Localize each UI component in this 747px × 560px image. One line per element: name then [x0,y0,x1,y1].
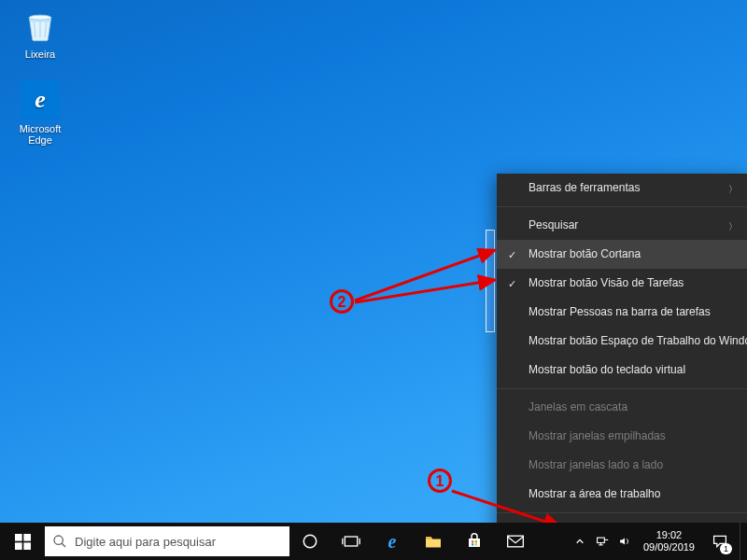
recycle-bin-icon [21,6,60,45]
menu-item-label: Mostrar botão do teclado virtual [529,363,685,376]
desktop[interactable]: Lixeira e Microsoft Edge Barras de ferra… [0,0,747,560]
annotation-circle-2: 2 [330,289,354,314]
chevron-up-icon [575,537,585,546]
menu-separator [497,512,747,513]
menu-item-stacked: Mostrar janelas empilhadas [497,422,747,451]
svg-rect-19 [508,536,524,547]
menu-item-label: Pesquisar [529,218,578,231]
menu-item-label: Mostrar janelas lado a lado [529,458,663,471]
svg-rect-8 [23,542,31,550]
tray-clock[interactable]: 19:02 09/09/2019 [638,529,700,553]
notification-badge: 1 [720,543,732,554]
svg-line-3 [355,250,495,301]
desktop-icon-label: Microsoft Edge [7,123,73,146]
store-icon [466,533,483,550]
svg-rect-12 [345,537,357,546]
search-placeholder: Digite aqui para pesquisar [75,535,216,549]
menu-item-label: Mostrar botão Visão de Tarefas [529,276,684,289]
taskbar-app-explorer[interactable] [413,523,454,560]
mail-icon [506,534,525,549]
taskbar-app-mail[interactable] [495,523,536,560]
svg-line-10 [62,543,65,547]
menu-item-show-ink[interactable]: Mostrar botão Espaço de Trabalho do Wind… [497,327,747,356]
folder-icon [424,534,443,549]
menu-item-show-desktop[interactable]: Mostrar a área de trabalho [497,480,747,509]
svg-point-0 [29,15,50,20]
desktop-icon-edge[interactable]: e Microsoft Edge [7,80,73,146]
menu-item-show-touch-keyboard[interactable]: Mostrar botão do teclado virtual [497,356,747,385]
check-icon: ✓ [508,247,516,261]
svg-rect-18 [475,543,477,545]
taskbar: Digite aqui para pesquisar e [0,523,747,560]
svg-rect-6 [23,534,31,541]
menu-item-label: Mostrar botão Espaço de Trabalho do Wind… [529,334,747,347]
menu-separator [497,388,747,389]
menu-item-label: Mostrar Pessoas na barra de tarefas [529,305,711,318]
tray-network[interactable] [593,523,612,560]
svg-line-4 [355,280,495,302]
tray-chevron-up[interactable] [571,523,589,560]
desktop-icon-label: Lixeira [7,49,73,60]
svg-rect-17 [472,543,473,545]
menu-item-toolbars[interactable]: Barras de ferramentas 〉 [497,174,747,203]
menu-item-sidebyside: Mostrar janelas lado a lado [497,451,747,480]
menu-item-search[interactable]: Pesquisar 〉 [497,211,747,240]
tray-volume[interactable] [615,523,634,560]
svg-rect-15 [472,540,473,542]
cortana-icon [302,533,318,550]
taskbar-app-edge[interactable]: e [372,523,413,560]
task-view-button[interactable] [331,523,372,560]
menu-item-label: Mostrar janelas empilhadas [529,429,666,442]
network-icon [596,536,609,547]
cortana-button[interactable] [289,523,331,560]
search-icon [52,534,67,549]
menu-separator [497,206,747,207]
chevron-right-icon: 〉 [728,218,738,232]
desktop-icon-recycle-bin[interactable]: Lixeira [7,6,73,60]
tray-time: 19:02 [643,529,695,541]
task-view-icon [342,534,360,549]
tray-date: 09/09/2019 [643,541,695,553]
menu-item-show-taskview[interactable]: ✓ Mostrar botão Visão de Tarefas [497,269,747,298]
show-desktop-button[interactable] [740,523,745,560]
menu-item-label: Janelas em cascata [529,400,627,413]
annotation-number: 2 [338,294,346,310]
search-box[interactable]: Digite aqui para pesquisar [45,526,289,556]
svg-rect-5 [15,534,22,541]
system-tray: 19:02 09/09/2019 1 [571,523,747,560]
menu-item-label: Barras de ferramentas [529,181,640,194]
menu-item-label: Mostrar a área de trabalho [529,487,660,500]
edge-icon: e [388,531,397,553]
chevron-right-icon: 〉 [728,181,738,195]
svg-rect-20 [597,538,604,542]
svg-point-9 [54,536,63,544]
volume-icon [618,535,631,548]
svg-rect-7 [15,542,22,550]
svg-point-11 [303,535,317,548]
annotation-number: 1 [436,473,444,489]
action-center-button[interactable]: 1 [704,523,736,560]
annotation-circle-1: 1 [428,469,452,493]
start-button[interactable] [0,523,45,560]
check-icon: ✓ [508,276,516,290]
windows-logo-icon [15,534,31,550]
edge-icon: e [21,80,60,119]
svg-rect-16 [475,540,477,542]
selection-bar [486,230,495,332]
menu-item-show-people[interactable]: Mostrar Pessoas na barra de tarefas [497,298,747,327]
menu-item-label: Mostrar botão Cortana [529,247,641,260]
menu-item-cascade: Janelas em cascata [497,393,747,422]
menu-item-show-cortana[interactable]: ✓ Mostrar botão Cortana [497,240,747,269]
taskbar-context-menu: Barras de ferramentas 〉 Pesquisar 〉 ✓ Mo… [497,174,747,560]
taskbar-app-store[interactable] [454,523,495,560]
